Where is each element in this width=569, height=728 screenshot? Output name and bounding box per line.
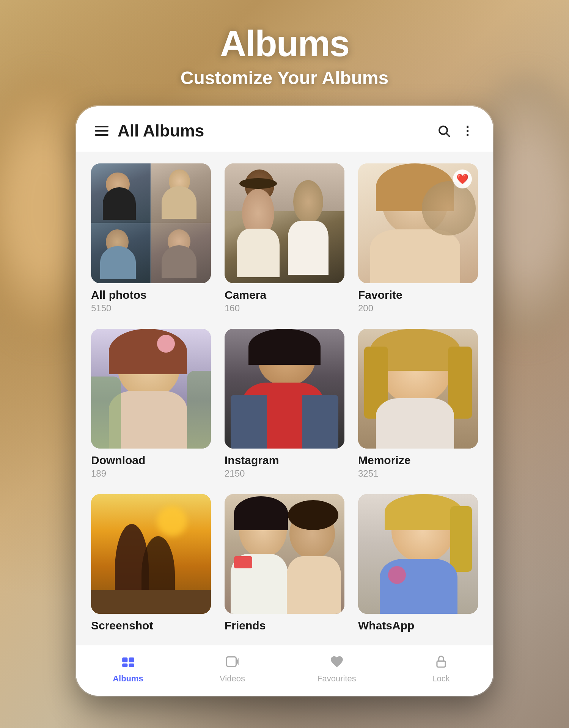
svg-rect-3 xyxy=(129,657,134,662)
albums-grid: All photos 5150 xyxy=(76,152,493,645)
page-title: Albums xyxy=(0,23,569,64)
album-count-favorite: 200 xyxy=(358,303,478,314)
album-item-all-photos[interactable]: All photos 5150 xyxy=(91,163,211,314)
header-section: Albums Customize Your Albums xyxy=(0,23,569,88)
app-header-left: All Albums xyxy=(95,121,204,140)
album-count-instagram: 2150 xyxy=(225,468,344,479)
album-name-instagram: Instagram xyxy=(225,454,344,467)
album-name-whatsapp: WhatsApp xyxy=(358,619,478,632)
thumb-4 xyxy=(151,223,211,283)
svg-rect-5 xyxy=(129,664,134,667)
album-thumb-friends xyxy=(225,494,344,614)
album-thumb-camera xyxy=(225,163,344,283)
menu-button[interactable] xyxy=(95,126,108,136)
album-thumb-all-photos xyxy=(91,163,211,283)
hamburger-line-1 xyxy=(95,126,108,127)
bottom-navigation: Albums Videos Favourites xyxy=(76,645,493,696)
album-thumb-download xyxy=(91,329,211,449)
lock-icon xyxy=(434,654,448,671)
nav-item-albums[interactable]: Albums xyxy=(76,654,180,684)
nav-item-favourites[interactable]: Favourites xyxy=(284,654,389,684)
thumb-cell-2 xyxy=(151,163,211,223)
album-item-favorite[interactable]: ❤️ Favorite 200 xyxy=(358,163,478,314)
album-item-whatsapp[interactable]: WhatsApp xyxy=(358,494,478,634)
album-thumb-memorize xyxy=(358,329,478,449)
svg-rect-8 xyxy=(437,661,445,667)
album-thumb-screenshot xyxy=(91,494,211,614)
album-thumb-favorite: ❤️ xyxy=(358,163,478,283)
album-name-memorize: Memorize xyxy=(358,454,478,467)
album-item-screenshot[interactable]: Screenshot xyxy=(91,494,211,634)
nav-label-videos: Videos xyxy=(220,674,245,684)
hamburger-line-2 xyxy=(95,130,108,132)
album-name-screenshot: Screenshot xyxy=(91,619,211,632)
more-icon: ⋮ xyxy=(461,124,474,138)
nav-label-lock: Lock xyxy=(432,674,450,684)
nav-label-favourites: Favourites xyxy=(317,674,356,684)
svg-rect-6 xyxy=(226,657,236,666)
thumb-1 xyxy=(91,163,151,223)
thumb-cell-4 xyxy=(151,223,211,283)
search-icon xyxy=(437,124,451,138)
album-name-camera: Camera xyxy=(225,289,344,301)
album-name-all-photos: All photos xyxy=(91,289,211,301)
album-item-memorize[interactable]: Memorize 3251 xyxy=(358,329,478,479)
search-button[interactable] xyxy=(437,124,451,138)
videos-icon xyxy=(225,654,240,671)
album-item-instagram[interactable]: Instagram 2150 xyxy=(225,329,344,479)
album-count-all-photos: 5150 xyxy=(91,303,211,314)
thumb-cell-1 xyxy=(91,163,151,223)
nav-item-lock[interactable]: Lock xyxy=(389,654,493,684)
svg-rect-2 xyxy=(122,657,127,662)
thumb-2 xyxy=(151,163,211,223)
album-item-download[interactable]: Download 189 xyxy=(91,329,211,479)
hamburger-line-3 xyxy=(95,134,108,136)
favourites-icon xyxy=(330,654,344,671)
album-name-download: Download xyxy=(91,454,211,467)
heart-badge: ❤️ xyxy=(453,169,472,188)
nav-label-albums: Albums xyxy=(113,674,143,684)
album-count-download: 189 xyxy=(91,468,211,479)
svg-line-1 xyxy=(446,133,450,136)
more-options-button[interactable]: ⋮ xyxy=(461,124,474,138)
album-thumb-instagram xyxy=(225,329,344,449)
app-title: All Albums xyxy=(118,121,204,140)
all-photos-grid xyxy=(91,163,211,283)
album-count-memorize: 3251 xyxy=(358,468,478,479)
nav-item-videos[interactable]: Videos xyxy=(180,654,284,684)
album-thumb-whatsapp xyxy=(358,494,478,614)
svg-rect-4 xyxy=(122,664,127,667)
album-item-friends[interactable]: Friends xyxy=(225,494,344,634)
thumb-cell-3 xyxy=(91,223,151,283)
thumb-3 xyxy=(91,223,151,283)
phone-frame: All Albums ⋮ xyxy=(76,106,493,696)
album-name-favorite: Favorite xyxy=(358,289,478,301)
app-header: All Albums ⋮ xyxy=(76,106,493,152)
album-item-camera[interactable]: Camera 160 xyxy=(225,163,344,314)
album-count-camera: 160 xyxy=(225,303,344,314)
album-name-friends: Friends xyxy=(225,619,344,632)
camera-photo xyxy=(225,163,344,283)
page-subtitle: Customize Your Albums xyxy=(0,67,569,88)
app-header-right: ⋮ xyxy=(437,124,474,138)
albums-icon xyxy=(121,654,135,671)
